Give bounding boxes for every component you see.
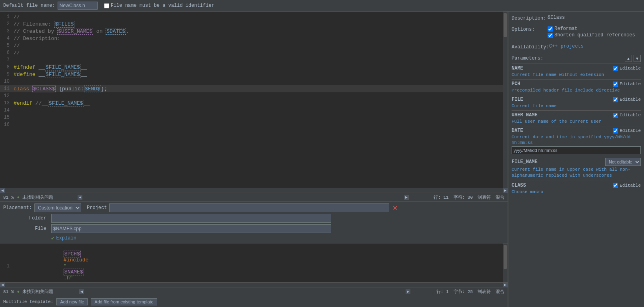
scroll-thumb <box>504 13 507 37</box>
description-section: Description: &Class <box>512 15 641 23</box>
placement-row: Placement: Custom location Project ✕ <box>3 203 504 212</box>
options-section: Options: Reformat Shorten qualified refe… <box>512 26 641 40</box>
bottom-editor: 1 $PCH$ #include " $NAME$ .h" <box>0 243 508 307</box>
description-label: Description: <box>512 15 548 21</box>
format-info: 制表符 <box>478 194 491 200</box>
param-DATE: DATE Editable Current date and time in s… <box>512 126 641 156</box>
placement-dropdown[interactable]: Custom location <box>34 203 81 212</box>
scroll-right-arrow-bottom[interactable]: ▶ <box>503 283 508 287</box>
project-input[interactable] <box>109 203 389 212</box>
code-line: 4 // Description: <box>0 35 503 42</box>
line-info: 行: 11 <box>434 194 448 200</box>
folder-label: Folder <box>3 215 46 221</box>
pch-editable-checkbox[interactable] <box>613 82 618 87</box>
explain-check-icon: ✔ <box>51 235 54 241</box>
mixed-info-bottom: 混合 <box>496 289 504 295</box>
placement-bar: Placement: Custom location Project ✕ Fol… <box>0 201 508 243</box>
multifile-label: Multifile template: <box>3 299 53 304</box>
description-value: &Class <box>548 15 565 20</box>
param-down-button[interactable]: ▼ <box>634 55 641 62</box>
scroll-right-btn-bottom[interactable]: ▶ <box>406 289 410 294</box>
issues-icon-bottom: ● <box>17 289 20 294</box>
status-bar-bottom: 81 % ● 未找到相关问题 ◀ ▶ 行: 1 字节: 25 <box>0 287 508 296</box>
filename-editable-select[interactable]: Not editable Editable <box>605 158 641 166</box>
availability-label: Availability: <box>512 44 549 50</box>
right-panel: Description: &Class Options: Reformat Sh… <box>508 12 644 307</box>
date-format-input[interactable] <box>512 146 641 154</box>
username-desc-link[interactable]: Full user name of the current user <box>512 119 601 124</box>
file-input[interactable] <box>51 224 331 233</box>
code-line: 2 // Filename: $FILE$ <box>0 20 503 28</box>
scroll-left-btn[interactable]: ◀ <box>78 195 82 200</box>
code-line: 10 <box>0 78 503 85</box>
options-label: Options: <box>512 26 548 32</box>
param-USER_NAME: USER_NAME Editable Full user name of the… <box>512 110 641 126</box>
availability-link[interactable]: C++ projects <box>549 44 584 49</box>
code-line: 11 class $CLASS$ {public: $END$ }; <box>0 85 503 92</box>
code-line: 5 // <box>0 42 503 49</box>
code-line: 14 <box>0 107 503 114</box>
issues-status: ● 未找到相关问题 <box>17 194 53 200</box>
code-line: 16 <box>0 121 503 128</box>
code-line: 13 #endif //__ $FILE_NAME$ __ <box>0 100 503 107</box>
scroll-right-arrow[interactable]: ▶ <box>503 188 508 193</box>
top-editor: 1 // 2 // Filename: $FILE$ 3 // Creat <box>0 12 508 243</box>
code-line: 12 <box>0 92 503 100</box>
horizontal-scrollbar-bottom[interactable]: ◀ ▶ <box>0 282 508 287</box>
zoom-level-bottom[interactable]: 81 % <box>3 289 14 294</box>
class-editable-checkbox[interactable] <box>613 183 618 188</box>
name-editable-checkbox[interactable] <box>613 66 618 71</box>
top-bar: Default file name: File name must be a v… <box>0 0 644 12</box>
default-file-input[interactable] <box>58 2 98 10</box>
file-label: File <box>3 226 46 231</box>
code-line: 1 $PCH$ #include " $NAME$ .h" <box>0 245 503 282</box>
project-label: Project <box>87 205 107 211</box>
bottom-editor-scrollbar[interactable] <box>503 243 508 282</box>
parameters-section: Parameters: ▲ ▼ NAME Editable Current fi… <box>512 55 641 196</box>
param-up-button[interactable]: ▲ <box>625 55 632 62</box>
horizontal-scrollbar-top[interactable]: ◀ ▶ <box>0 188 508 193</box>
char-info-bottom: 字节: 25 <box>454 289 473 295</box>
code-line: 7 <box>0 56 503 64</box>
filename-desc-link[interactable]: Current file name in upper case with all… <box>512 167 641 179</box>
code-line: 6 // <box>0 49 503 56</box>
preview-editor[interactable]: 1 $PCH$ #include " $NAME$ .h" <box>0 243 503 282</box>
code-editor-top[interactable]: 1 // 2 // Filename: $FILE$ 3 // Creat <box>0 12 503 188</box>
folder-input[interactable] <box>51 214 331 223</box>
file-desc-link[interactable]: Current file name <box>512 104 556 108</box>
param-PCH: PCH Editable Precompiled header file inc… <box>512 79 641 95</box>
param-FILE_NAME: FILE_NAME Not editable Editable Current … <box>512 156 641 181</box>
placement-label: Placement: <box>3 205 32 211</box>
username-editable-checkbox[interactable] <box>613 113 618 118</box>
editor-vertical-scrollbar[interactable] <box>503 12 508 188</box>
date-desc-link[interactable]: Current date and time in specified yyyy/… <box>512 135 630 145</box>
pch-desc-link[interactable]: Precompiled header file include directiv… <box>512 88 620 93</box>
h-scroll-track <box>83 196 403 199</box>
scroll-left-arrow[interactable]: ◀ <box>0 188 5 193</box>
code-line: 9 #define __ $FILE_NAME$ __ <box>0 71 503 78</box>
scroll-left-btn-bottom[interactable]: ◀ <box>79 289 84 294</box>
editor-wrapper-top: 1 // 2 // Filename: $FILE$ 3 // Creat <box>0 12 508 188</box>
availability-section: Availability: C++ projects <box>512 44 641 52</box>
scroll-left-arrow-bottom[interactable]: ◀ <box>0 283 5 287</box>
add-new-file-button[interactable]: Add new file <box>56 298 88 305</box>
file-editable-checkbox[interactable] <box>613 97 618 102</box>
reformat-checkbox[interactable] <box>548 26 553 32</box>
placement-clear-button[interactable]: ✕ <box>392 204 398 212</box>
shorten-label: Shorten qualified references <box>554 32 635 38</box>
valid-identifier-checkbox[interactable] <box>104 3 109 8</box>
param-NAME: NAME Editable Current file name without … <box>512 64 641 79</box>
zoom-level[interactable]: 81 % <box>3 195 14 200</box>
explain-row: ✔ Explain <box>3 235 504 241</box>
status-bar-top: 81 % ● 未找到相关问题 ◀ ▶ 行: 11 字符: 30 <box>0 193 508 201</box>
param-FILE: FILE Editable Current file name <box>512 95 641 110</box>
add-existing-template-button[interactable]: Add file from existing template <box>91 298 157 305</box>
explain-btn[interactable]: Explain <box>56 235 76 241</box>
class-desc-link[interactable]: Choose macro <box>512 189 543 194</box>
scroll-right-btn[interactable]: ▶ <box>404 195 409 200</box>
h-scroll-track-bottom <box>85 290 405 293</box>
shorten-checkbox[interactable] <box>548 33 553 38</box>
name-desc-link[interactable]: Current file name without extension <box>512 72 604 77</box>
line-info-bottom: 行: 1 <box>436 289 449 295</box>
date-editable-checkbox[interactable] <box>613 128 618 134</box>
